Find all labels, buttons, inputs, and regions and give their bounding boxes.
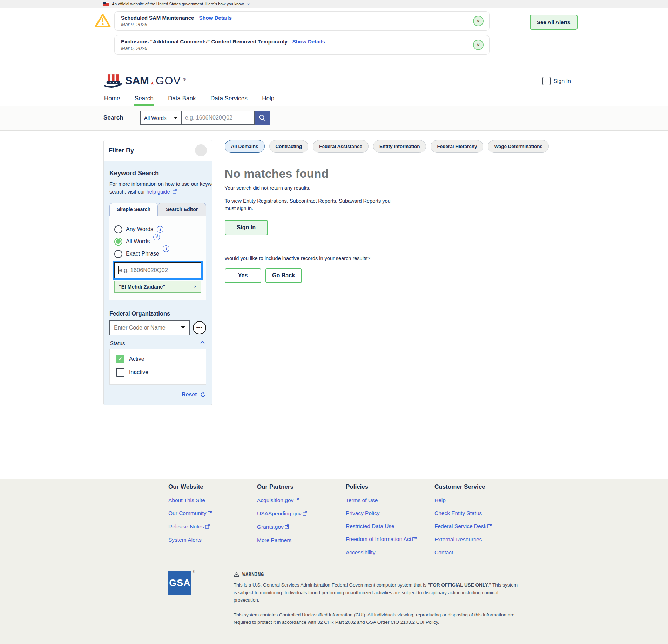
status-filter-box: ✓ Active Inactive [109,349,206,385]
footer-column-title: Our Partners [257,483,346,490]
show-details-link[interactable]: Show Details [199,15,231,21]
chip-remove-icon[interactable]: × [194,284,197,289]
nav-item-search[interactable]: Search [134,93,154,106]
tab-all-domains[interactable]: All Domains [225,140,265,153]
footer-link-external-resources[interactable]: External Resources [434,536,523,543]
footer-link-about-this-site[interactable]: About This Site [168,497,257,503]
chevron-up-icon[interactable] [200,341,205,345]
reset-label: Reset [182,392,197,398]
magnifier-icon [258,114,266,122]
info-icon[interactable]: i [153,234,160,240]
footer-column-title: Policies [346,483,434,490]
info-icon[interactable]: i [157,226,163,233]
footer-link-our-community[interactable]: Our Community [168,510,257,517]
keyword-search-heading: Keyword Search [109,170,206,177]
status-option-active: ✓ Active [116,355,200,363]
reset-filters[interactable]: Reset [109,392,206,398]
logo-text-gov: GOV [156,75,181,87]
nav-item-home[interactable]: Home [103,93,121,106]
collapse-filter-button[interactable]: − [195,144,207,156]
results-area: All Domains Contracting Federal Assistan… [225,140,668,283]
external-link-icon [173,189,177,196]
nav-item-help[interactable]: Help [261,93,275,106]
nav-item-data-services[interactable]: Data Services [210,93,248,106]
external-link-icon [487,523,492,530]
footer-link-privacy-policy[interactable]: Privacy Policy [346,510,434,516]
footer-link-accessibility[interactable]: Accessibility [346,549,434,556]
warning-outline-icon [234,572,239,577]
caret-down-icon [181,326,185,329]
alert-title: Scheduled SAM Maintenance [121,15,194,21]
alert-close-button[interactable]: ✕ [473,16,484,26]
footer-link-foia[interactable]: Freedom of Information Act [346,536,434,543]
footer-link-terms-of-use[interactable]: Terms of Use [346,497,434,503]
any-words-label: Any Words [126,226,153,232]
footer-column-our-website: Our Website About This Site Our Communit… [168,483,257,562]
exact-phrase-label: Exact Phrase [126,251,159,257]
org-more-options-button[interactable]: ••• [193,321,206,334]
tab-federal-hierarchy[interactable]: Federal Hierarchy [431,140,483,153]
header-sign-in-link[interactable]: ← Sign In [542,77,571,85]
footer-link-help[interactable]: Help [434,497,523,503]
sign-in-arrow-icon: ← [542,77,551,85]
external-link-icon [412,536,417,543]
all-words-radio[interactable] [114,238,122,246]
keyword-input[interactable]: e.g. 1606N020Q02 [114,262,201,278]
search-button[interactable] [255,111,270,125]
alert-date: Mar 6, 2026 [121,46,468,51]
warning-paragraph-1: This is a U.S. General Services Administ… [234,581,519,604]
alert-list: Scheduled SAM Maintenance Show Details M… [114,11,490,59]
gsa-logo: GSA [168,571,191,595]
search-band-label: Search [103,114,123,121]
footer-column-title: Our Website [168,483,257,490]
status-section-label: Status [110,340,125,346]
alert-close-button[interactable]: ✕ [473,40,484,50]
help-guide-link[interactable]: help guide [147,189,170,195]
no-results-message: Your search did not return any results. [225,185,549,191]
footer-link-acquisition-gov[interactable]: Acquisition.gov [257,497,346,504]
active-checkbox[interactable]: ✓ [116,355,124,363]
footer-link-contact[interactable]: Contact [434,549,523,556]
gov-banner: An official website of the United States… [0,0,668,8]
footer-link-check-entity-status[interactable]: Check Entity Status [434,510,523,516]
footer-link-release-notes[interactable]: Release Notes [168,523,257,530]
header-sign-in-label: Sign In [553,78,571,84]
gsa-warning-section: GSA ® WARNING This is a U.S. General Ser… [168,571,668,644]
sam-gov-logo[interactable]: SAM★GOV® [103,74,668,88]
footer-link-federal-service-desk[interactable]: Federal Service Desk [434,523,523,530]
gsa-registered-mark: ® [193,570,195,574]
keyword-chip: "El Mehdi Zaidane" × [114,281,201,293]
show-details-link[interactable]: Show Details [292,39,325,45]
info-icon[interactable]: i [163,245,169,252]
footer-link-system-alerts[interactable]: System Alerts [168,537,257,543]
footer-column-our-partners: Our Partners Acquisition.gov USASpending… [257,483,346,562]
global-search-input[interactable] [182,111,255,125]
sign-in-button[interactable]: Sign In [225,220,268,235]
tab-contracting[interactable]: Contracting [269,140,309,153]
search-mode-select[interactable]: All Words [140,111,182,125]
tab-entity-information[interactable]: Entity Information [373,140,426,153]
all-words-label: All Words [126,238,150,245]
footer-link-usaspending-gov[interactable]: USASpending.gov [257,510,346,517]
nav-item-data-bank[interactable]: Data Bank [167,93,196,106]
footer-link-grants-gov[interactable]: Grants.gov [257,524,346,530]
tab-wage-determinations[interactable]: Wage Determinations [488,140,549,153]
footer-link-more-partners[interactable]: More Partners [257,537,346,543]
tab-search-editor[interactable]: Search Editor [158,203,206,216]
footer-column-policies: Policies Terms of Use Privacy Policy Res… [346,483,434,562]
logo-star-icon: ★ [150,81,154,86]
alert-item: Exclusions “Additional Comments” Content… [114,35,490,55]
go-back-button[interactable]: Go Back [265,268,302,283]
how-you-know-link[interactable]: Here’s how you know [205,2,244,6]
reset-refresh-icon [200,392,206,398]
any-words-radio[interactable] [114,225,122,233]
see-all-alerts-button[interactable]: See All Alerts [530,15,578,30]
exact-phrase-radio[interactable] [114,250,122,258]
footer-column-customer-service: Customer Service Help Check Entity Statu… [434,483,523,562]
tab-federal-assistance[interactable]: Federal Assistance [313,140,369,153]
tab-simple-search[interactable]: Simple Search [109,203,158,216]
yes-button[interactable]: Yes [225,268,261,283]
federal-org-select[interactable]: Enter Code or Name [109,320,190,335]
inactive-checkbox[interactable] [116,368,124,377]
footer-link-restricted-data-use[interactable]: Restricted Data Use [346,523,434,529]
